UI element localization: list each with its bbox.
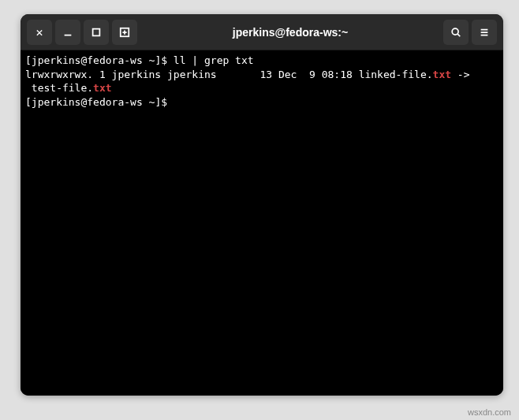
watermark: wsxdn.com	[468, 407, 511, 417]
prompt-bracket: [	[25, 96, 32, 108]
search-button[interactable]	[443, 20, 469, 45]
prompt-userhost: jperkins@fedora-ws ~	[32, 54, 155, 66]
grep-match: txt	[433, 69, 451, 80]
search-icon	[450, 27, 461, 38]
prompt-line-2: [jperkins@fedora-ws ~]$	[25, 95, 498, 110]
terminal-window: ✕ jperkins@fedora-ws:~ [jperkins@fedora-…	[21, 14, 503, 396]
hamburger-icon	[479, 27, 490, 38]
ls-output: lrwxrwxrwx. 1 jperkins jperkins 13 Dec 9…	[25, 69, 433, 80]
new-tab-button[interactable]	[112, 20, 137, 45]
svg-line-6	[457, 34, 460, 36]
prompt-line-1: [jperkins@fedora-ws ~]$ ll | grep txt	[25, 54, 498, 68]
titlebar: ✕ jperkins@fedora-ws:~	[21, 14, 503, 50]
window-title: jperkins@fedora-ws:~	[140, 26, 440, 39]
close-icon: ✕	[35, 25, 43, 39]
svg-point-5	[452, 28, 458, 35]
minimize-button[interactable]	[55, 20, 80, 45]
output-line-2: test-file.txt	[25, 81, 498, 95]
titlebar-left-controls: ✕	[27, 20, 137, 45]
svg-rect-1	[93, 28, 100, 35]
maximize-icon	[91, 27, 102, 38]
close-button[interactable]: ✕	[27, 20, 52, 45]
prompt-userhost: jperkins@fedora-ws ~	[32, 96, 155, 108]
ls-output-tail: ->	[451, 69, 469, 80]
prompt-close: ]$	[155, 54, 167, 66]
new-tab-icon	[119, 27, 130, 38]
maximize-button[interactable]	[84, 20, 109, 45]
grep-match: txt	[93, 82, 111, 94]
command-text	[167, 96, 174, 108]
menu-button[interactable]	[472, 20, 497, 45]
terminal-output[interactable]: [jperkins@fedora-ws ~]$ ll | grep txtlrw…	[21, 50, 503, 396]
prompt-close: ]$	[155, 96, 167, 108]
ls-output: test-file.	[25, 82, 93, 94]
prompt-bracket: [	[25, 54, 32, 66]
command-text: ll | grep txt	[167, 54, 254, 66]
output-line-1: lrwxrwxrwx. 1 jperkins jperkins 13 Dec 9…	[25, 68, 498, 82]
minimize-icon	[62, 27, 73, 38]
titlebar-right-controls	[443, 20, 497, 45]
